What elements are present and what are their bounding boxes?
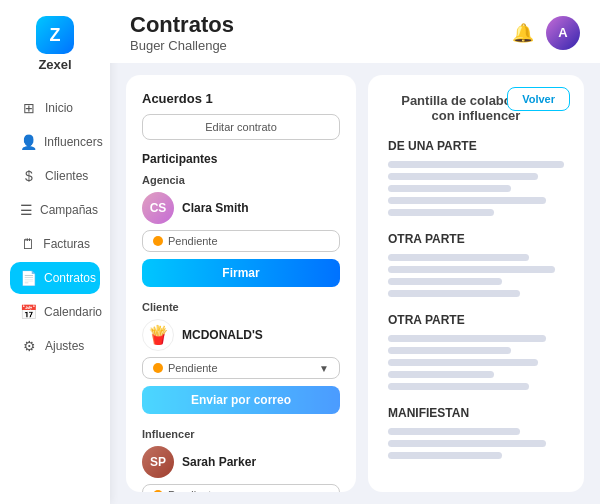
- cliente-row: 🍟 MCDONALD'S: [142, 319, 340, 351]
- agencia-status-dot: [153, 236, 163, 246]
- cliente-status-dot: [153, 363, 163, 373]
- clientes-icon: $: [20, 168, 38, 184]
- agencia-status-badge: Pendiente: [142, 230, 340, 252]
- sidebar-item-ajustes[interactable]: ⚙ Ajustes: [10, 330, 100, 362]
- agencia-avatar: CS: [142, 192, 174, 224]
- sidebar-item-facturas[interactable]: 🗒 Facturas: [10, 228, 100, 260]
- cliente-name: MCDONALD'S: [182, 328, 263, 342]
- campanas-icon: ☰: [20, 202, 33, 218]
- sidebar-item-inicio[interactable]: ⊞ Inicio: [10, 92, 100, 124]
- calendario-icon: 📅: [20, 304, 37, 320]
- ajustes-icon: ⚙: [20, 338, 38, 354]
- sidebar-item-label: Calendario: [44, 305, 102, 319]
- text-line: [388, 209, 494, 216]
- section-title-3: MANIFIESTAN: [388, 406, 564, 420]
- cliente-label: Cliente: [142, 301, 340, 313]
- text-line: [388, 371, 494, 378]
- text-line: [388, 428, 520, 435]
- sidebar-item-campanas[interactable]: ☰ Campañas: [10, 194, 100, 226]
- page-subtitle: Buger Challenge: [130, 38, 234, 53]
- logo-text: Zexel: [38, 57, 71, 72]
- section-title-2: OTRA PARTE: [388, 313, 564, 327]
- facturas-icon: 🗒: [20, 236, 36, 252]
- text-line: [388, 383, 529, 390]
- sign-button[interactable]: Firmar: [142, 259, 340, 287]
- agencia-name: Clara Smith: [182, 201, 249, 215]
- content-area: Acuerdos 1 Editar contrato Participantes…: [110, 63, 600, 504]
- text-line: [388, 161, 564, 168]
- text-line: [388, 440, 546, 447]
- chevron-down-icon: ▼: [319, 363, 329, 374]
- right-panel: Volver Pantilla de colaboración con infl…: [368, 75, 584, 492]
- text-line: [388, 359, 538, 366]
- sidebar-item-calendario[interactable]: 📅 Calendario: [10, 296, 100, 328]
- bell-icon[interactable]: 🔔: [512, 22, 534, 44]
- sidebar-item-label: Influencers: [44, 135, 103, 149]
- sidebar-item-label: Campañas: [40, 203, 98, 217]
- text-line: [388, 197, 546, 204]
- contract-section-3: MANIFIESTAN: [388, 406, 564, 459]
- contract-section-2: OTRA PARTE: [388, 313, 564, 390]
- influencers-icon: 👤: [20, 134, 37, 150]
- sidebar-item-clientes[interactable]: $ Clientes: [10, 160, 100, 192]
- logo-icon: Z: [36, 16, 74, 54]
- header-right: 🔔 A: [512, 16, 580, 50]
- section-title-0: DE UNA PARTE: [388, 139, 564, 153]
- participants-label: Participantes: [142, 152, 340, 166]
- page-title: Contratos: [130, 12, 234, 38]
- sidebar-item-label: Ajustes: [45, 339, 84, 353]
- text-line: [388, 185, 511, 192]
- sidebar: Z Zexel ⊞ Inicio 👤 Influencers $ Cliente…: [0, 0, 110, 504]
- cliente-status-text: Pendiente: [168, 362, 218, 374]
- contratos-icon: 📄: [20, 270, 37, 286]
- influencer-avatar: SP: [142, 446, 174, 478]
- agencia-label: Agencia: [142, 174, 340, 186]
- volver-button[interactable]: Volver: [507, 87, 570, 111]
- contract-section-0: DE UNA PARTE: [388, 139, 564, 216]
- logo: Z Zexel: [36, 16, 74, 72]
- influencer-label: Influencer: [142, 428, 340, 440]
- influencer-status-badge: Pendiente: [142, 484, 340, 492]
- sidebar-item-label: Clientes: [45, 169, 88, 183]
- inicio-icon: ⊞: [20, 100, 38, 116]
- avatar[interactable]: A: [546, 16, 580, 50]
- text-line: [388, 254, 529, 261]
- left-panel: Acuerdos 1 Editar contrato Participantes…: [126, 75, 356, 492]
- text-line: [388, 290, 520, 297]
- header: Contratos Buger Challenge 🔔 A: [110, 0, 600, 63]
- cliente-status-badge[interactable]: Pendiente ▼: [142, 357, 340, 379]
- sidebar-item-contratos[interactable]: 📄 Contratos: [10, 262, 100, 294]
- text-line: [388, 278, 502, 285]
- text-line: [388, 335, 546, 342]
- cliente-avatar: 🍟: [142, 319, 174, 351]
- influencer-status-dot: [153, 490, 163, 492]
- text-line: [388, 173, 538, 180]
- sidebar-item-label: Inicio: [45, 101, 73, 115]
- agencia-status-text: Pendiente: [168, 235, 218, 247]
- header-titles: Contratos Buger Challenge: [130, 12, 234, 53]
- text-line: [388, 347, 511, 354]
- main-area: Contratos Buger Challenge 🔔 A Acuerdos 1…: [110, 0, 600, 504]
- sidebar-item-label: Contratos: [44, 271, 96, 285]
- contract-section-1: OTRA PARTE: [388, 232, 564, 297]
- text-line: [388, 266, 555, 273]
- send-email-button[interactable]: Enviar por correo: [142, 386, 340, 414]
- sidebar-item-label: Facturas: [43, 237, 90, 251]
- section-title-1: OTRA PARTE: [388, 232, 564, 246]
- acuerdos-title: Acuerdos 1: [142, 91, 340, 106]
- sidebar-item-influencers[interactable]: 👤 Influencers: [10, 126, 100, 158]
- influencer-row: SP Sarah Parker: [142, 446, 340, 478]
- influencer-status-text: Pendiente: [168, 489, 218, 492]
- edit-contract-button[interactable]: Editar contrato: [142, 114, 340, 140]
- agencia-row: CS Clara Smith: [142, 192, 340, 224]
- influencer-name: Sarah Parker: [182, 455, 256, 469]
- text-line: [388, 452, 502, 459]
